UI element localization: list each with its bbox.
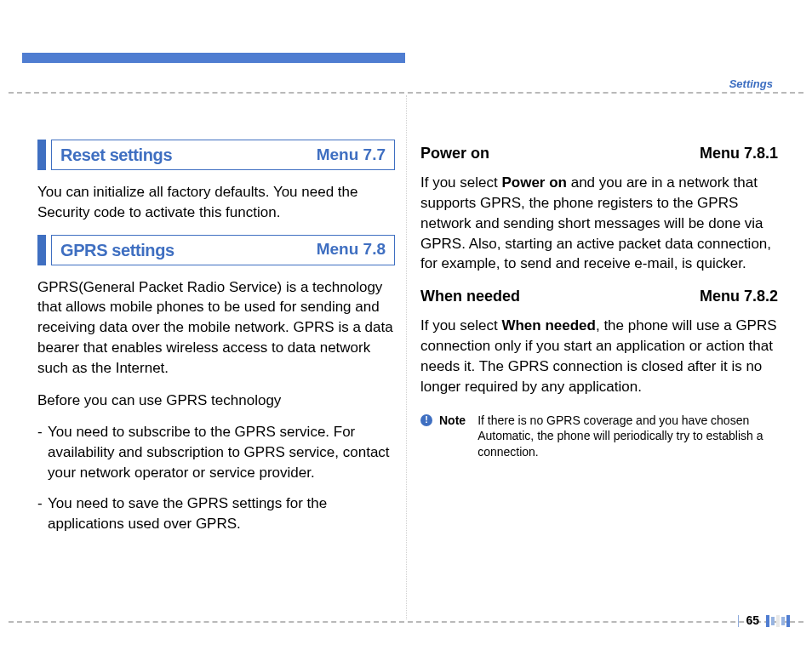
page-gutter bbox=[406, 95, 407, 619]
section-menu: Menu 7.8 bbox=[317, 238, 386, 261]
dash-icon: - bbox=[37, 422, 48, 482]
list-item-text: You need to save the GPRS settings for t… bbox=[48, 493, 395, 534]
subsection-title: Power on bbox=[420, 143, 489, 164]
note-block: ! Note If there is no GPRS coverage and … bbox=[420, 413, 778, 461]
subsection-menu: Menu 7.8.1 bbox=[700, 143, 778, 164]
page-number-separator bbox=[738, 615, 740, 627]
header-bar-left bbox=[22, 53, 405, 63]
cut-line-top bbox=[9, 92, 803, 94]
subsection-title: When needed bbox=[420, 286, 520, 307]
section-tab-icon bbox=[37, 235, 46, 265]
note-label: Note bbox=[439, 413, 466, 461]
header-bar-right bbox=[419, 53, 790, 63]
section-tab-icon bbox=[37, 140, 46, 170]
body-text: Before you can use GPRS technology bbox=[37, 391, 395, 411]
body-text: GPRS(General Packet Radio Service) is a … bbox=[37, 277, 395, 379]
body-text: If you select When needed, the phone wil… bbox=[420, 316, 778, 396]
page-ornament-icon bbox=[766, 615, 790, 627]
page-number-group: 65 bbox=[738, 613, 790, 630]
list-item-text: You need to subscribe to the GPRS servic… bbox=[48, 422, 395, 482]
right-column: Power on Menu 7.8.1 If you select Power … bbox=[420, 136, 778, 460]
header-section-label: Settings bbox=[729, 77, 773, 92]
list-item: - You need to save the GPRS settings for… bbox=[37, 493, 395, 534]
cut-line-bottom bbox=[9, 621, 803, 623]
section-heading-reset: Reset settings Menu 7.7 bbox=[37, 140, 395, 170]
section-menu: Menu 7.7 bbox=[317, 144, 386, 167]
subsection-heading-poweron: Power on Menu 7.8.1 bbox=[420, 143, 778, 164]
note-body: If there is no GPRS coverage and you hav… bbox=[477, 413, 778, 461]
section-heading-gprs: GPRS settings Menu 7.8 bbox=[37, 235, 395, 265]
dash-icon: - bbox=[37, 493, 48, 534]
body-text: If you select Power on and you are in a … bbox=[420, 173, 778, 274]
left-column: Reset settings Menu 7.7 You can initiali… bbox=[37, 136, 395, 544]
section-title: Reset settings bbox=[60, 143, 172, 167]
section-title: GPRS settings bbox=[60, 238, 174, 262]
subsection-heading-whenneeded: When needed Menu 7.8.2 bbox=[420, 286, 778, 307]
info-icon: ! bbox=[420, 414, 432, 426]
list-item: - You need to subscribe to the GPRS serv… bbox=[37, 422, 395, 482]
page-number: 65 bbox=[746, 613, 759, 630]
subsection-menu: Menu 7.8.2 bbox=[700, 286, 778, 307]
body-text: You can initialize all factory defaults.… bbox=[37, 182, 395, 223]
